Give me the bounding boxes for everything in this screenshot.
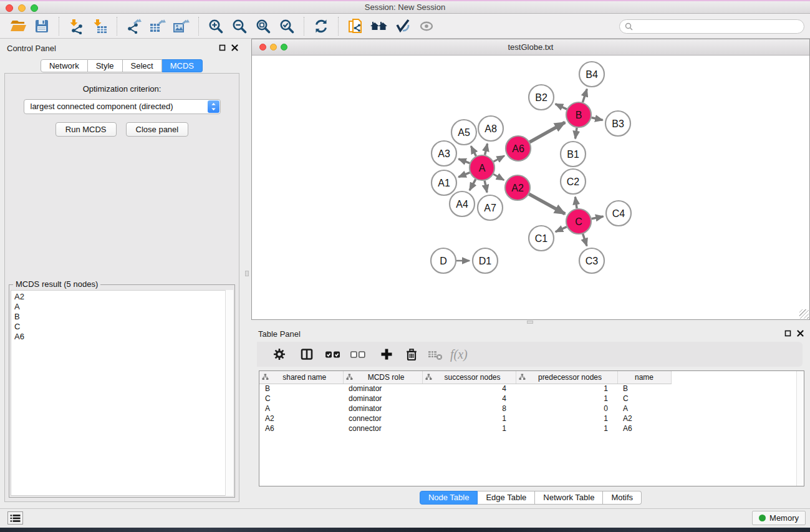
graph-node[interactable]: B1: [561, 142, 586, 167]
zoom-selected-button[interactable]: [275, 16, 299, 37]
horizontal-splitter[interactable]: [251, 320, 810, 324]
table-row[interactable]: Adominator80A: [259, 404, 804, 414]
zoom-fit-button[interactable]: [251, 16, 275, 37]
delete-table-button[interactable]: [424, 344, 446, 365]
result-item[interactable]: A2: [14, 292, 233, 302]
graph-edge[interactable]: [556, 227, 567, 232]
graph-node[interactable]: B: [566, 102, 591, 127]
table-cell[interactable]: B: [259, 384, 343, 394]
graph-node[interactable]: A8: [478, 116, 503, 141]
zoom-out-button[interactable]: [228, 16, 251, 37]
table-cell[interactable]: 1: [516, 423, 617, 433]
function-builder-button[interactable]: f(x): [450, 344, 468, 365]
memory-button[interactable]: Memory: [752, 511, 806, 525]
tab-mcds[interactable]: MCDS: [162, 59, 203, 72]
column-header-name[interactable]: name: [617, 371, 671, 384]
graph-edge[interactable]: [470, 179, 476, 190]
graph-edge[interactable]: [591, 118, 602, 120]
table-cell[interactable]: C: [259, 394, 343, 404]
export-table-button[interactable]: [146, 16, 170, 37]
save-session-button[interactable]: [30, 16, 54, 37]
table-cell[interactable]: dominator: [343, 394, 422, 404]
graph-node[interactable]: C2: [561, 169, 586, 194]
graph-edge[interactable]: [471, 146, 476, 156]
graph-node[interactable]: A6: [506, 136, 531, 161]
column-header-shared-name[interactable]: shared name: [259, 371, 343, 384]
table-cell[interactable]: C: [617, 394, 671, 404]
table-cell[interactable]: 8: [422, 404, 516, 414]
graph-node[interactable]: A5: [451, 120, 476, 145]
table-cell[interactable]: A6: [259, 423, 343, 433]
duplicate-network-button[interactable]: [344, 16, 367, 37]
graph-edge[interactable]: [493, 174, 504, 180]
table-cell[interactable]: B: [617, 384, 671, 394]
optimization-criterion-select[interactable]: largest connected component (directed): [24, 99, 221, 114]
task-history-button[interactable]: [7, 511, 23, 525]
search-input[interactable]: [633, 21, 799, 32]
column-header-predecessor-nodes[interactable]: predecessor nodes: [516, 371, 617, 384]
network-canvas[interactable]: B4B2BB3A8A5A6A3B1AC2A1A2A4A7C4CC1C3DD1: [252, 56, 809, 319]
toggle-graphics-details-button[interactable]: [391, 16, 415, 37]
apply-layout-button[interactable]: [309, 16, 333, 37]
graph-edge[interactable]: [529, 122, 565, 142]
float-panel-icon[interactable]: [784, 330, 791, 337]
tab-style[interactable]: Style: [88, 59, 123, 72]
table-row[interactable]: A2connector11A2: [259, 414, 804, 423]
table-cell[interactable]: A: [259, 404, 343, 414]
result-scrollbar[interactable]: [225, 290, 233, 496]
column-header-mcds-role[interactable]: MCDS role: [343, 371, 422, 384]
export-network-button[interactable]: [122, 16, 146, 37]
table-cell[interactable]: A: [617, 404, 671, 414]
graph-edge[interactable]: [458, 159, 470, 163]
export-image-button[interactable]: [170, 16, 193, 37]
table-row[interactable]: Cdominator41C: [259, 394, 804, 404]
table-cell[interactable]: A2: [259, 414, 343, 423]
table-cell[interactable]: 0: [516, 404, 617, 414]
column-header-successor-nodes[interactable]: successor nodes: [422, 371, 516, 384]
graph-edge[interactable]: [592, 216, 604, 219]
graph-edge[interactable]: [494, 156, 504, 162]
table-cell[interactable]: 1: [516, 414, 617, 423]
table-cell[interactable]: 4: [422, 384, 516, 394]
graph-node[interactable]: C3: [579, 248, 604, 273]
show-hide-graphics-button[interactable]: [415, 16, 438, 37]
import-network-button[interactable]: [64, 16, 88, 37]
graph-node[interactable]: A4: [450, 191, 475, 216]
graph-node[interactable]: A: [470, 155, 494, 180]
graph-edge[interactable]: [583, 234, 587, 246]
graph-edge[interactable]: [556, 104, 567, 110]
import-table-button[interactable]: [88, 16, 112, 37]
table-cell[interactable]: A6: [617, 423, 671, 433]
splitter-grip[interactable]: [245, 271, 249, 276]
result-item[interactable]: B: [14, 312, 233, 322]
home-view-button[interactable]: [367, 16, 391, 37]
graph-node[interactable]: C: [566, 209, 591, 234]
graph-edge[interactable]: [485, 143, 488, 155]
table-row[interactable]: Bdominator41B: [259, 384, 804, 394]
close-panel-icon[interactable]: [797, 330, 804, 337]
table-cell[interactable]: 1: [422, 423, 516, 433]
graph-node[interactable]: B2: [529, 85, 554, 110]
result-item[interactable]: A6: [14, 332, 233, 342]
network-graph[interactable]: B4B2BB3A8A5A6A3B1AC2A1A2A4A7C4CC1C3DD1: [252, 56, 809, 319]
tab-network-table[interactable]: Network Table: [535, 491, 603, 505]
close-panel-button[interactable]: Close panel: [126, 122, 189, 137]
splitter-grip[interactable]: [527, 321, 533, 324]
tab-node-table[interactable]: Node Table: [420, 491, 478, 505]
float-panel-icon[interactable]: [219, 44, 226, 51]
graph-edge[interactable]: [582, 89, 587, 102]
graph-node[interactable]: B3: [605, 111, 630, 136]
graph-node[interactable]: A1: [432, 170, 456, 195]
table-cell[interactable]: 4: [422, 394, 516, 404]
zoom-in-button[interactable]: [204, 16, 228, 37]
vertical-splitter[interactable]: [243, 39, 251, 508]
graph-edge[interactable]: [529, 194, 565, 214]
graph-node[interactable]: A3: [432, 141, 456, 166]
tab-select[interactable]: Select: [123, 59, 162, 72]
close-panel-icon[interactable]: [231, 44, 238, 51]
table-cell[interactable]: 1: [516, 384, 617, 394]
graph-node[interactable]: A7: [478, 195, 503, 220]
table-cell[interactable]: A2: [617, 414, 671, 423]
tab-motifs[interactable]: Motifs: [603, 491, 642, 505]
table-cell[interactable]: connector: [343, 414, 422, 423]
